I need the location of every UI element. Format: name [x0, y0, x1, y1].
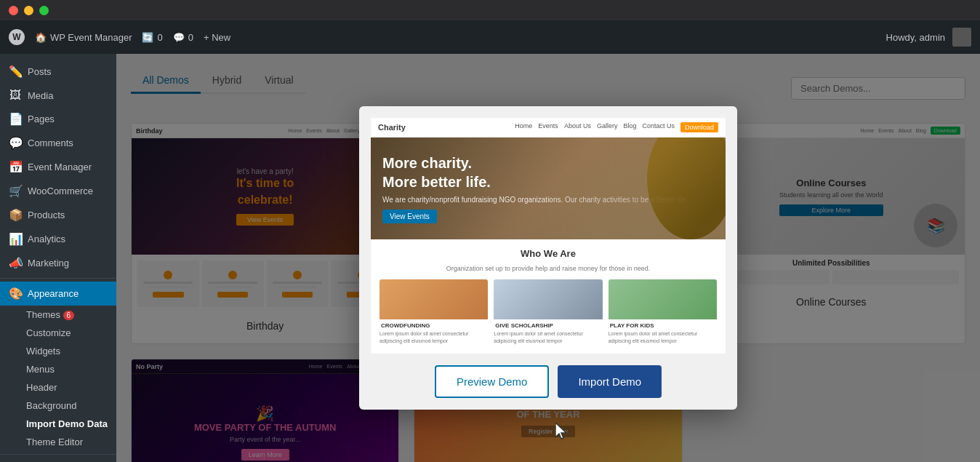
charity-cards: CROWDFUNDING Lorem ipsum dolor sit amet …: [379, 279, 717, 345]
charity-preview: Charity Home Events About Us Gallery Blo…: [371, 118, 726, 354]
charity-modal: Charity Home Events About Us Gallery Blo…: [359, 106, 737, 410]
sidebar: ✏️ Posts 🖼 Media 📄 Pages 💬 Comments 📅 Ev…: [0, 54, 116, 462]
sidebar-item-analytics[interactable]: 📊 Analytics: [0, 227, 116, 251]
posts-icon: ✏️: [9, 65, 22, 79]
sidebar-item-plugins[interactable]: 🔌 Plugins 4: [0, 458, 116, 462]
charity-who-sub: Organization set up to provide help and …: [379, 265, 717, 272]
charity-who-section: Who We Are Organization set up to provid…: [371, 239, 726, 354]
modal-overlay[interactable]: Charity Home Events About Us Gallery Blo…: [116, 54, 980, 462]
sidebar-item-pages[interactable]: 📄 Pages: [0, 107, 116, 131]
minimize-btn[interactable]: [24, 6, 33, 15]
charity-hero: More charity.More better life. We are ch…: [371, 138, 726, 239]
marketing-icon: 📣: [9, 256, 22, 270]
sidebar-item-media[interactable]: 🖼 Media: [0, 84, 116, 107]
comments-link[interactable]: 💬 0: [173, 32, 193, 43]
sidebar-divider: [0, 278, 116, 279]
charity-view-events-btn[interactable]: View Events: [382, 210, 437, 223]
event-manager-icon: 📅: [9, 160, 22, 174]
main-content-area: All Demos Hybrid Virtual Birthday Home E…: [116, 54, 980, 462]
charity-who-title: Who We Are: [379, 248, 717, 259]
admin-avatar[interactable]: [952, 28, 971, 47]
wp-icon[interactable]: W: [9, 29, 25, 45]
wp-logo: W: [9, 29, 25, 45]
main-layout: ✏️ Posts 🖼 Media 📄 Pages 💬 Comments 📅 Ev…: [0, 54, 980, 462]
sidebar-sub-customize[interactable]: Customize: [0, 324, 116, 342]
comments-icon: 💬: [9, 136, 22, 150]
analytics-icon: 📊: [9, 232, 22, 246]
sidebar-sub-menus[interactable]: Menus: [0, 360, 116, 378]
sidebar-sub-import-demo[interactable]: Import Demo Data: [0, 415, 116, 433]
modal-buttons: Preview Demo Import Demo: [371, 365, 726, 398]
sidebar-sub-header[interactable]: Header: [0, 378, 116, 397]
preview-demo-button[interactable]: Preview Demo: [435, 365, 550, 398]
sidebar-item-event-manager[interactable]: 📅 Event Manager: [0, 155, 116, 179]
admin-bar: W 🏠 WP Event Manager 🔄 0 💬 0 + New Howdy…: [0, 20, 980, 54]
updates-link[interactable]: 🔄 0: [142, 32, 162, 43]
sidebar-sub-background[interactable]: Background: [0, 397, 116, 415]
sidebar-sub-theme-editor[interactable]: Theme Editor: [0, 433, 116, 451]
title-bar: [0, 0, 980, 20]
sidebar-item-products[interactable]: 📦 Products: [0, 203, 116, 227]
charity-modal-header: Charity Home Events About Us Gallery Blo…: [371, 118, 726, 138]
charity-card-crowdfunding: CROWDFUNDING Lorem ipsum dolor sit amet …: [379, 279, 488, 345]
appearance-icon: 🎨: [9, 287, 22, 300]
sidebar-item-appearance[interactable]: 🎨 Appearance: [0, 282, 116, 306]
sidebar-sub-widgets[interactable]: Widgets: [0, 342, 116, 360]
sidebar-item-marketing[interactable]: 📣 Marketing: [0, 251, 116, 275]
sidebar-sub-themes[interactable]: Themes 6: [0, 306, 116, 324]
maximize-btn[interactable]: [39, 6, 49, 15]
charity-download-btn: Download: [680, 122, 718, 132]
charity-card-kids: PLAY FOR KIDS Lorem ipsum dolor sit amet…: [609, 279, 717, 345]
sidebar-item-posts[interactable]: ✏️ Posts: [0, 60, 116, 84]
products-icon: 📦: [9, 208, 22, 222]
media-icon: 🖼: [9, 89, 22, 102]
sidebar-divider-2: [0, 454, 116, 455]
woocommerce-icon: 🛒: [9, 184, 22, 198]
charity-logo: Charity: [378, 123, 406, 132]
import-demo-button[interactable]: Import Demo: [558, 365, 662, 398]
charity-nav: Home Events About Us Gallery Blog Contac…: [515, 122, 718, 132]
sidebar-item-woocommerce[interactable]: 🛒 WooCommerce: [0, 179, 116, 203]
charity-person-image: [513, 138, 726, 239]
howdy-text: Howdy, admin: [886, 32, 945, 43]
charity-card-scholarship: GIVE SCHOLARSHIP Lorem ipsum dolor sit a…: [494, 279, 602, 345]
sidebar-item-comments[interactable]: 💬 Comments: [0, 131, 116, 155]
site-name-link[interactable]: 🏠 WP Event Manager: [35, 32, 132, 43]
close-btn[interactable]: [9, 6, 18, 15]
pages-icon: 📄: [9, 112, 22, 126]
new-content-link[interactable]: + New: [204, 32, 230, 43]
